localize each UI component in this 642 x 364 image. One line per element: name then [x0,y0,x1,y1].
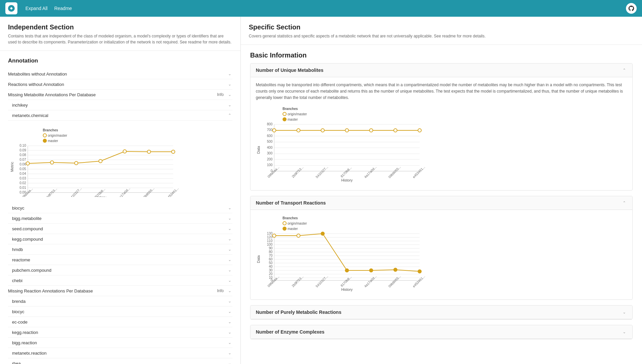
kegg-compound-row[interactable]: kegg.compound ⌄ [8,234,232,244]
metanetx-reaction-label: metanetx.reaction [12,351,46,356]
svg-text:Metric: Metric [10,162,14,172]
enzyme-complexes-header[interactable]: Number of Enzyme Complexes ⌄ [250,325,632,339]
svg-text:0.02: 0.02 [20,181,26,185]
basic-information-section: Basic Information Number of Unique Metab… [241,45,642,351]
svg-point-36 [123,150,126,153]
transport-reactions-title: Number of Transport Reactions [256,200,326,206]
row-actions-2: ⌄ [227,82,232,87]
svg-text:origin/master: origin/master [288,222,307,225]
svg-point-124 [273,234,276,237]
pubchem-row[interactable]: pubchem.compound ⌄ [8,265,232,275]
svg-text:2b9f753...: 2b9f753... [291,165,304,178]
missing-metabolite-info-badge[interactable]: Info [217,92,224,97]
svg-text:Data: Data [256,255,260,263]
svg-point-91 [283,227,286,230]
kegg-reaction-row[interactable]: kegg.reaction ⌄ [8,327,232,338]
svg-point-48 [283,112,286,116]
readme-link[interactable]: Readme [54,6,72,11]
unique-metabolites-body: Metabolites may be transported into diff… [250,77,632,190]
metabolites-without-annotation-label: Metabolites without Annotation [8,72,67,77]
svg-text:70: 70 [269,254,273,257]
purely-metabolic-header[interactable]: Number of Purely Metabolic Reactions ⌄ [250,306,632,319]
hmdb-row[interactable]: hmdb ⌄ [8,244,232,255]
svg-text:20: 20 [269,272,273,276]
svg-text:0.04: 0.04 [20,172,26,175]
chevron-up-icon-unique: ⌃ [622,68,627,73]
svg-text:origin/master: origin/master [288,112,307,116]
metabolites-without-annotation-row[interactable]: Metabolites without Annotation ⌄ [8,69,232,79]
brenda-row[interactable]: brenda ⌄ [8,296,232,307]
svg-text:5410327...: 5410327... [69,187,82,197]
hmdb-label: hmdb [12,247,23,252]
svg-text:8170b8...: 8170b8... [340,275,352,287]
ec-code-row[interactable]: ec-code ⌄ [8,317,232,327]
specific-section-title: Specific Section [249,23,634,31]
svg-text:30: 30 [269,268,273,272]
missing-metabolite-annotations-label: Missing Metabolite Annotations Per Datab… [8,92,96,97]
svg-text:100: 100 [267,243,273,246]
pubchem-label: pubchem.compound [12,268,51,273]
unique-metabolites-title: Number of Unique Metabolites [256,68,323,73]
reactions-without-annotation-label: Reactions without Annotation [8,82,64,87]
svg-text:0.10: 0.10 [20,144,26,147]
svg-text:400: 400 [267,146,273,149]
missing-reaction-annotations-row[interactable]: Missing Reaction Annotations Per Databas… [8,286,232,296]
reactions-without-annotation-row[interactable]: Reactions without Annotation ⌄ [8,79,232,90]
metanetx-chemical-label: metanetx.chemical [12,113,48,118]
chevron-down-icon-reactome: ⌄ [227,257,232,262]
svg-point-35 [99,159,102,163]
inchikey-row[interactable]: inchikey ⌄ [8,100,232,110]
svg-text:5410327...: 5410327... [315,165,329,178]
brenda-label: brenda [12,299,25,304]
bigg-metabolite-row[interactable]: bigg.metabolite ⌄ [8,213,232,224]
rhea-row[interactable]: rhea ⌄ [8,358,232,364]
biocyc-reaction-row[interactable]: biocyc ⌄ [8,307,232,317]
svg-text:Data: Data [256,145,260,153]
svg-text:e453461...: e453461... [412,274,426,288]
kegg-reaction-label: kegg.reaction [12,330,38,335]
transport-reactions-subsection: Number of Transport Reactions ⌃ Branches… [250,196,633,300]
svg-point-126 [321,232,324,235]
chevron-down-icon: ⌄ [227,71,232,77]
left-panel: Independent Section Contains tests that … [0,17,241,364]
basic-info-title: Basic Information [250,51,633,59]
seed-compound-row[interactable]: seed.compound ⌄ [8,224,232,234]
biocyc-metabolite-row[interactable]: biocyc ⌄ [8,203,232,213]
svg-point-76 [345,129,349,132]
unique-metabolites-header[interactable]: Number of Unique Metabolites ⌃ [250,64,632,77]
svg-text:09fa9aa...: 09fa9aa... [267,165,280,178]
svg-text:Branches: Branches [43,128,58,132]
svg-text:200: 200 [267,157,273,161]
purely-metabolic-title: Number of Purely Metabolic Reactions [256,310,341,315]
chevron-down-icon-enzyme: ⌄ [622,329,627,335]
svg-text:80: 80 [269,250,273,254]
svg-point-77 [369,129,373,132]
svg-point-3 [43,134,46,137]
app-logo [5,2,17,14]
svg-text:0.06: 0.06 [20,162,26,166]
bigg-reaction-row[interactable]: bigg.reaction ⌄ [8,338,232,348]
svg-point-73 [273,129,276,132]
chevron-down-icon-kegg-c: ⌄ [227,236,232,242]
svg-text:40: 40 [269,265,273,268]
chevron-down-icon-rhea: ⌄ [227,361,232,364]
metanetx-chemical-row[interactable]: metanetx.chemical ⌃ [8,110,232,121]
chevron-down-icon-biocyc: ⌄ [227,205,232,211]
chevron-down-icon-bigg: ⌄ [227,216,232,221]
enzyme-complexes-title: Number of Enzyme Complexes [256,329,324,335]
seed-compound-label: seed.compound [12,226,43,231]
missing-reaction-info-badge[interactable]: Info [217,288,224,293]
github-icon[interactable] [626,3,637,14]
missing-metabolite-annotations-row[interactable]: Missing Metabolite Annotations Per Datab… [8,90,232,100]
metanetx-reaction-row[interactable]: metanetx.reaction ⌄ [8,348,232,358]
expand-all-link[interactable]: Expand All [25,6,47,11]
svg-text:09b9055...: 09b9055... [141,187,155,197]
svg-text:master: master [288,227,298,231]
independent-section-desc: Contains tests that are independent of t… [8,33,232,45]
transport-reactions-header[interactable]: Number of Transport Reactions ⌃ [250,196,632,210]
chebi-row[interactable]: chebi ⌄ [8,275,232,286]
reactome-row[interactable]: reactome ⌄ [8,255,232,265]
svg-text:5410327...: 5410327... [315,274,329,288]
biocyc-metabolite-label: biocyc [12,206,24,211]
svg-text:800: 800 [267,122,273,126]
